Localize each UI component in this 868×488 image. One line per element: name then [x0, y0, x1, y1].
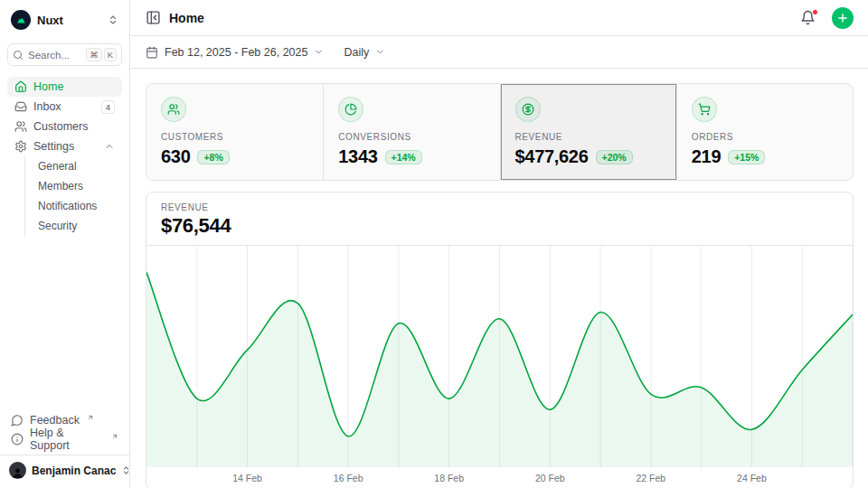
stat-label: ORDERS — [692, 132, 838, 142]
info-icon — [11, 433, 24, 446]
chart-title: REVENUE — [161, 202, 838, 212]
sidebar-item-notifications[interactable]: Notifications — [33, 196, 122, 216]
x-axis-tick: 22 Feb — [636, 473, 665, 483]
revenue-chart-card: REVENUE $76,544 14 Feb16 Feb18 Feb20 Feb… — [146, 192, 854, 488]
kbd-cmd: ⌘ — [86, 48, 102, 61]
users-icon — [14, 120, 27, 133]
stats-row: CUSTOMERS 630 +8% CONVERSIONS 1343 +14% — [146, 83, 854, 181]
kbd-k: K — [104, 48, 117, 61]
chevrons-up-down-icon — [108, 14, 118, 25]
sidebar-item-inbox[interactable]: Inbox 4 — [7, 97, 122, 117]
filters-toolbar: Feb 12, 2025 - Feb 26, 2025 Daily — [131, 36, 868, 69]
sidebar-nav: Home Inbox 4 Customers Settings Genera — [7, 77, 122, 236]
stat-card-revenue[interactable]: REVENUE $477,626 +20% — [500, 84, 676, 180]
user-menu[interactable]: Benjamin Canac — [0, 455, 129, 481]
feedback-label: Feedback — [30, 414, 80, 427]
house-icon — [14, 80, 27, 93]
date-range-picker[interactable]: Feb 12, 2025 - Feb 26, 2025 — [146, 46, 324, 59]
users-icon — [161, 97, 186, 122]
search-input[interactable] — [28, 50, 71, 61]
user-name: Benjamin Canac — [32, 465, 116, 477]
inbox-icon — [14, 100, 27, 113]
chart-canvas — [146, 246, 853, 467]
granularity-value: Daily — [344, 46, 369, 59]
search-input-box[interactable]: ⌘ K — [7, 43, 122, 66]
page-title: Home — [169, 11, 204, 25]
sidebar-item-general[interactable]: General — [33, 156, 122, 176]
chevron-up-icon — [104, 141, 115, 152]
x-axis: 14 Feb16 Feb18 Feb20 Feb22 Feb24 Feb — [146, 467, 853, 488]
sidebar-item-home[interactable]: Home — [7, 77, 122, 97]
settings-submenu: General Members Notifications Security — [24, 156, 122, 236]
calendar-icon — [146, 46, 158, 59]
date-range-value: Feb 12, 2025 - Feb 26, 2025 — [165, 46, 307, 59]
stat-card-customers[interactable]: CUSTOMERS 630 +8% — [146, 84, 323, 180]
stat-delta-badge: +20% — [596, 150, 633, 164]
x-axis-tick: 20 Feb — [535, 473, 565, 483]
external-link-icon — [87, 414, 94, 421]
stat-value: 630 — [161, 146, 190, 167]
stat-delta-badge: +14% — [385, 150, 422, 164]
granularity-select[interactable]: Daily — [344, 46, 385, 59]
plus-icon — [836, 12, 849, 24]
stat-delta-badge: +8% — [197, 150, 229, 164]
sidebar-item-customers[interactable]: Customers — [7, 117, 122, 136]
search-shortcut: ⌘ K — [86, 48, 117, 61]
sidebar-item-label: Home — [33, 80, 115, 93]
chart-total-value: $76,544 — [161, 214, 838, 238]
revenue-area-chart — [146, 246, 853, 467]
stat-label: CUSTOMERS — [161, 132, 308, 142]
stat-label: CONVERSIONS — [338, 132, 485, 142]
user-avatar — [9, 462, 26, 479]
inbox-count-badge: 4 — [101, 100, 115, 114]
sidebar-item-label: Inbox — [33, 100, 95, 113]
sidebar-item-settings[interactable]: Settings — [7, 136, 122, 156]
dashboard-content: CUSTOMERS 630 +8% CONVERSIONS 1343 +14% — [131, 69, 868, 488]
x-axis-tick: 24 Feb — [737, 473, 767, 483]
chevrons-up-down-icon — [121, 465, 131, 475]
x-axis-tick: 16 Feb — [334, 473, 363, 483]
circle-dollar-icon — [515, 97, 541, 122]
stat-value: 1343 — [338, 146, 377, 167]
sidebar: Nuxt ⌘ K Home Inbox 4 — [0, 0, 130, 488]
header: Home — [131, 0, 868, 36]
gear-icon — [14, 140, 27, 153]
notifications-button[interactable] — [800, 10, 816, 26]
stat-card-orders[interactable]: ORDERS 219 +15% — [676, 84, 853, 180]
chart-pie-icon — [338, 97, 363, 122]
stat-value: $477,626 — [515, 146, 589, 167]
sidebar-item-label: Settings — [33, 140, 98, 153]
chevron-down-icon — [375, 47, 385, 57]
collapse-sidebar-button[interactable] — [146, 10, 161, 25]
nuxt-logo-icon — [11, 10, 31, 30]
sidebar-item-members[interactable]: Members — [33, 176, 122, 196]
workspace-name: Nuxt — [37, 14, 101, 27]
sidebar-item-label: Customers — [33, 120, 115, 133]
main-panel: Home Feb 12, 2025 - Feb 26, 2025 Daily — [131, 0, 868, 488]
search-icon — [13, 50, 24, 61]
external-link-icon — [111, 433, 118, 440]
stat-card-conversions[interactable]: CONVERSIONS 1343 +14% — [323, 84, 499, 180]
sidebar-item-security[interactable]: Security — [33, 216, 122, 236]
x-axis-tick: 18 Feb — [434, 473, 464, 483]
notification-dot — [812, 9, 818, 15]
chart-header: REVENUE $76,544 — [146, 192, 853, 246]
x-axis-tick: 14 Feb — [232, 473, 262, 483]
help-support-label: Help & Support — [30, 427, 104, 452]
stat-label: REVENUE — [515, 132, 662, 142]
help-support-link[interactable]: Help & Support — [7, 429, 122, 448]
stat-value: 219 — [692, 146, 721, 167]
chevron-down-icon — [314, 47, 324, 57]
add-button[interactable] — [832, 7, 854, 29]
cart-icon — [692, 97, 717, 122]
stat-delta-badge: +15% — [728, 150, 765, 164]
workspace-switcher[interactable]: Nuxt — [7, 7, 122, 33]
message-circle-icon — [11, 414, 24, 427]
